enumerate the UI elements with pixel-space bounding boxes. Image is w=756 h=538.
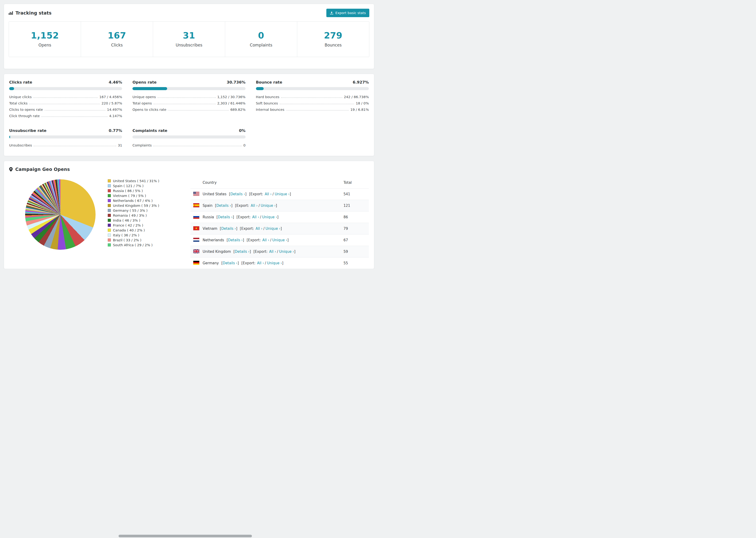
geo-table-row: Russia [Details ›] [Export: All ›/Unique… bbox=[190, 211, 369, 223]
export-all-link[interactable]: All › bbox=[262, 238, 269, 242]
export-all-link[interactable]: All › bbox=[252, 215, 259, 219]
country-total: 79 bbox=[344, 227, 369, 231]
country-total: 59 bbox=[344, 249, 369, 254]
rate-detail-label: Complaints bbox=[133, 143, 152, 147]
legend-label: France ( 42 / 2% ) bbox=[113, 224, 143, 227]
rate-detail-value: 220 / 5.87% bbox=[101, 101, 122, 105]
export-unique-link[interactable]: Unique › bbox=[262, 215, 277, 219]
bracket: ] bbox=[281, 227, 282, 231]
rate-progress-fill bbox=[9, 87, 14, 90]
export-prefix: Export: bbox=[255, 249, 267, 254]
rate-detail-value: 167 / 4.456% bbox=[99, 95, 122, 99]
rate-detail-row: Opens to clicks rate 689.82% bbox=[133, 106, 245, 113]
export-all-link[interactable]: All › bbox=[269, 249, 276, 254]
geo-table-row: United States [Details ›] [Export: All ›… bbox=[190, 188, 369, 200]
bar-chart-icon bbox=[9, 11, 13, 15]
details-link[interactable]: Details › bbox=[218, 215, 233, 219]
rate-detail-value: 31 bbox=[118, 143, 122, 147]
legend-item: India ( 46 / 3% ) bbox=[108, 218, 190, 223]
map-pin-icon bbox=[9, 167, 13, 172]
rate-detail-label: Soft bounces bbox=[256, 101, 278, 105]
details-link[interactable]: Details › bbox=[223, 261, 238, 265]
rate-detail-row: Total clicks 220 / 5.87% bbox=[9, 100, 122, 106]
stat-value: 279 bbox=[297, 30, 369, 41]
legend-color-swatch bbox=[108, 234, 111, 237]
export-prefix: Export: bbox=[237, 203, 249, 208]
geo-opens-pie-chart bbox=[25, 179, 95, 250]
rate-block: Complaints rate 0% Complaints 0 bbox=[133, 129, 245, 148]
legend-color-swatch bbox=[108, 214, 111, 217]
export-unique-link[interactable]: Unique › bbox=[275, 192, 290, 196]
export-prefix: Export: bbox=[241, 227, 254, 231]
legend-item: Netherlands ( 67 / 4% ) bbox=[108, 198, 190, 203]
geo-table-row: Germany [Details ›] [Export: All ›/Uniqu… bbox=[190, 257, 369, 269]
country-name: United Kingdom bbox=[203, 249, 231, 254]
export-all-link[interactable]: All › bbox=[251, 203, 257, 208]
dotted-leader bbox=[45, 110, 105, 111]
legend-color-swatch bbox=[108, 239, 111, 242]
export-upload-icon bbox=[330, 11, 333, 15]
details-link[interactable]: Details › bbox=[230, 192, 245, 196]
legend-item: Germany ( 55 / 3% ) bbox=[108, 208, 190, 213]
rate-progress-fill bbox=[256, 87, 264, 90]
dotted-leader bbox=[286, 110, 349, 111]
bracket: [ bbox=[242, 261, 243, 265]
legend-label: Canada ( 40 / 2% ) bbox=[113, 228, 145, 232]
export-basic-stats-label: Export basic stats bbox=[335, 11, 366, 15]
export-unique-link[interactable]: Unique › bbox=[272, 238, 287, 242]
details-link[interactable]: Details › bbox=[228, 238, 243, 242]
slash: / bbox=[270, 238, 271, 242]
stat-label: Opens bbox=[9, 43, 81, 47]
rate-block: Opens rate 30.736% Unique opens 1,152 / … bbox=[133, 80, 245, 119]
stat-label: Complaints bbox=[225, 43, 297, 47]
slash: / bbox=[263, 227, 265, 231]
bracket: ] bbox=[243, 238, 244, 242]
rates-card: Clicks rate 4.46% Unique clicks 167 / 4.… bbox=[4, 74, 374, 156]
legend-label: Romania ( 49 / 3% ) bbox=[113, 214, 147, 217]
legend-item: Spain ( 121 / 7% ) bbox=[108, 183, 190, 188]
rate-value: 0.77% bbox=[109, 129, 122, 133]
bracket: ] bbox=[231, 203, 233, 208]
rate-detail-value: 689.82% bbox=[230, 108, 245, 112]
flag-de-icon bbox=[193, 261, 199, 265]
rate-progress-fill bbox=[133, 87, 167, 90]
geo-table-row: United Kingdom [Details ›] [Export: All … bbox=[190, 246, 369, 257]
rate-title: Unsubscribe rate bbox=[9, 129, 46, 133]
rate-detail-label: Click through rate bbox=[9, 114, 40, 118]
legend-color-swatch bbox=[108, 219, 111, 222]
flag-vn-icon bbox=[193, 226, 199, 230]
dotted-leader bbox=[153, 146, 242, 146]
stat-label: Unsubscribes bbox=[153, 43, 225, 47]
dotted-leader bbox=[168, 110, 229, 111]
export-all-link[interactable]: All › bbox=[255, 227, 262, 231]
dotted-leader bbox=[41, 116, 108, 117]
tracking-stats-title-text: Tracking stats bbox=[16, 10, 52, 16]
export-all-link[interactable]: All › bbox=[257, 261, 264, 265]
legend-item: South Africa ( 29 / 2% ) bbox=[108, 242, 190, 247]
export-unique-link[interactable]: Unique › bbox=[267, 261, 282, 265]
details-link[interactable]: Details › bbox=[221, 227, 236, 231]
bracket: ] bbox=[276, 203, 277, 208]
rate-detail-label: Hard bounces bbox=[256, 95, 279, 99]
legend-label: Germany ( 55 / 3% ) bbox=[113, 209, 147, 212]
rate-detail-row: Unsubscribes 31 bbox=[9, 142, 122, 148]
details-link[interactable]: Details › bbox=[216, 203, 231, 208]
slash: / bbox=[277, 249, 278, 254]
export-all-link[interactable]: All › bbox=[265, 192, 271, 196]
stat-box: 167 Clicks bbox=[81, 22, 153, 57]
campaign-geo-opens-title: Campaign Geo Opens bbox=[9, 167, 70, 172]
rate-detail-value: 18 / 0% bbox=[356, 101, 369, 105]
export-unique-link[interactable]: Unique › bbox=[266, 227, 281, 231]
legend-label: India ( 46 / 3% ) bbox=[113, 219, 140, 222]
legend-color-swatch bbox=[108, 209, 111, 212]
export-unique-link[interactable]: Unique › bbox=[261, 203, 276, 208]
dotted-leader bbox=[33, 146, 116, 146]
rate-detail-row: Total opens 2,303 / 61.446% bbox=[133, 100, 245, 106]
export-unique-link[interactable]: Unique › bbox=[279, 249, 294, 254]
legend-item: Vietnam ( 79 / 5% ) bbox=[108, 193, 190, 198]
details-link[interactable]: Details › bbox=[235, 249, 249, 254]
export-basic-stats-button[interactable]: Export basic stats bbox=[326, 9, 369, 17]
slash: / bbox=[258, 203, 260, 208]
stat-box: 0 Complaints bbox=[225, 22, 297, 57]
bracket: ] bbox=[249, 249, 251, 254]
